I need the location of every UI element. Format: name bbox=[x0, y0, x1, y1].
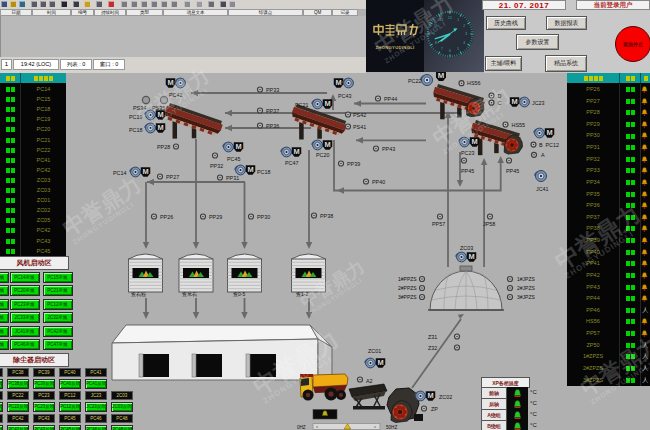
svg-text:PP32: PP32 bbox=[210, 163, 223, 169]
svg-text:PS34: PS34 bbox=[133, 105, 146, 111]
svg-text:JC23: JC23 bbox=[532, 100, 545, 106]
svg-text:M: M bbox=[157, 123, 163, 132]
svg-text:M: M bbox=[324, 140, 330, 149]
svg-text:1#JPZS: 1#JPZS bbox=[517, 276, 535, 282]
svg-text:2: 2 bbox=[463, 24, 465, 28]
svg-text:PS41: PS41 bbox=[353, 124, 366, 130]
svg-text:D: D bbox=[498, 93, 502, 99]
svg-text:PC19: PC19 bbox=[129, 114, 143, 120]
svg-text:2#JPZS: 2#JPZS bbox=[517, 285, 535, 291]
svg-text:M: M bbox=[293, 147, 299, 156]
svg-text:PC18: PC18 bbox=[129, 127, 143, 133]
svg-text:M: M bbox=[511, 97, 517, 106]
svg-text:Z32: Z32 bbox=[428, 345, 437, 351]
svg-text:M: M bbox=[324, 99, 330, 108]
svg-text:PP45: PP45 bbox=[506, 168, 519, 174]
svg-text:ZC01: ZC01 bbox=[368, 348, 381, 354]
svg-text:PP40: PP40 bbox=[372, 179, 385, 185]
svg-text:M: M bbox=[235, 142, 241, 151]
svg-text:11: 11 bbox=[440, 18, 444, 22]
svg-text:JC41: JC41 bbox=[536, 186, 549, 192]
svg-text:Z31: Z31 bbox=[428, 334, 437, 340]
svg-text:ZC03: ZC03 bbox=[460, 245, 473, 251]
svg-text:A: A bbox=[541, 152, 545, 158]
svg-text:C: C bbox=[498, 100, 502, 106]
svg-text:M: M bbox=[377, 358, 383, 367]
svg-text:PP28: PP28 bbox=[157, 144, 170, 150]
svg-text:PP37: PP37 bbox=[266, 108, 279, 114]
svg-text:PC21: PC21 bbox=[295, 102, 309, 108]
svg-text:M: M bbox=[427, 391, 433, 400]
svg-text:PP36: PP36 bbox=[266, 123, 279, 129]
svg-text:1: 1 bbox=[457, 18, 459, 22]
svg-text:PP39: PP39 bbox=[347, 161, 360, 167]
svg-text:8: 8 bbox=[435, 41, 437, 45]
svg-text:6: 6 bbox=[449, 49, 451, 53]
svg-text:查1-2: 查1-2 bbox=[296, 291, 308, 297]
svg-text:10: 10 bbox=[434, 24, 438, 28]
svg-text:3: 3 bbox=[465, 32, 467, 36]
svg-text:PC23: PC23 bbox=[461, 150, 475, 156]
svg-text:x: x bbox=[316, 424, 318, 429]
svg-text:3#PPZS: 3#PPZS bbox=[398, 294, 417, 300]
svg-text:x: x bbox=[374, 424, 376, 429]
svg-text:PC18: PC18 bbox=[257, 169, 271, 175]
svg-text:PC20: PC20 bbox=[316, 152, 330, 158]
svg-text:PP43: PP43 bbox=[382, 146, 395, 152]
svg-text:B: B bbox=[539, 142, 543, 148]
svg-text:PP38: PP38 bbox=[320, 213, 333, 219]
svg-text:PP26: PP26 bbox=[160, 214, 173, 220]
svg-text:PC22: PC22 bbox=[408, 78, 422, 84]
svg-text:M: M bbox=[157, 110, 163, 119]
svg-text:查米石: 查米石 bbox=[182, 291, 197, 298]
svg-text:PP31: PP31 bbox=[226, 175, 239, 181]
svg-text:查石粉: 查石粉 bbox=[131, 291, 146, 298]
svg-text:PC47: PC47 bbox=[285, 160, 299, 166]
svg-text:A2: A2 bbox=[366, 378, 373, 384]
svg-text:HS55: HS55 bbox=[512, 122, 526, 128]
svg-text:HS56: HS56 bbox=[467, 80, 481, 86]
svg-text:PC12: PC12 bbox=[546, 142, 560, 148]
svg-text:1#PPZS: 1#PPZS bbox=[398, 276, 417, 282]
svg-text:PS35: PS35 bbox=[152, 105, 165, 111]
svg-text:4: 4 bbox=[463, 41, 465, 45]
svg-text:PP27: PP27 bbox=[166, 174, 179, 180]
svg-text:PP33: PP33 bbox=[266, 87, 279, 93]
svg-text:M: M bbox=[546, 128, 552, 137]
svg-text:0HZ: 0HZ bbox=[297, 425, 306, 430]
svg-text:M: M bbox=[167, 78, 173, 87]
svg-text:PP30: PP30 bbox=[257, 214, 270, 220]
svg-text:PP45: PP45 bbox=[461, 168, 474, 174]
svg-text:9: 9 bbox=[433, 32, 435, 36]
svg-text:PS42: PS42 bbox=[353, 112, 366, 118]
svg-text:2#PPZS: 2#PPZS bbox=[398, 285, 417, 291]
svg-text:JP58: JP58 bbox=[483, 221, 495, 227]
svg-text:M: M bbox=[468, 252, 474, 261]
svg-text:查0-5: 查0-5 bbox=[233, 291, 245, 297]
svg-text:PP29: PP29 bbox=[209, 214, 222, 220]
svg-text:ZHONGYUDINGLI: ZHONGYUDINGLI bbox=[375, 45, 414, 50]
svg-text:PC43: PC43 bbox=[338, 93, 352, 99]
svg-text:5: 5 bbox=[457, 47, 459, 51]
svg-text:PP57: PP57 bbox=[432, 221, 445, 227]
svg-text:M: M bbox=[438, 71, 445, 80]
svg-text:PP44: PP44 bbox=[384, 96, 397, 102]
svg-text:M: M bbox=[471, 137, 477, 146]
svg-text:PC42: PC42 bbox=[169, 92, 183, 98]
svg-text:M: M bbox=[335, 78, 341, 87]
svg-text:PC14: PC14 bbox=[113, 170, 127, 176]
svg-text:ZP: ZP bbox=[431, 406, 438, 412]
svg-text:M: M bbox=[142, 167, 148, 176]
svg-text:ZC02: ZC02 bbox=[439, 394, 452, 400]
svg-text:12: 12 bbox=[448, 16, 452, 20]
svg-text:7: 7 bbox=[441, 47, 443, 51]
svg-text:3#JPZS: 3#JPZS bbox=[517, 294, 535, 300]
svg-text:PC45: PC45 bbox=[227, 156, 241, 162]
svg-text:M: M bbox=[247, 165, 253, 174]
svg-text:50HZ: 50HZ bbox=[386, 425, 397, 430]
